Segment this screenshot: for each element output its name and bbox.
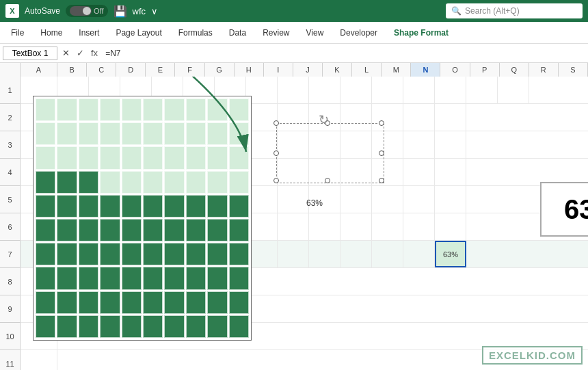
cell-m7[interactable] [403, 241, 435, 267]
name-box[interactable] [3, 47, 57, 60]
cell-i7[interactable] [278, 241, 309, 267]
waffle-cell [100, 98, 120, 121]
waffle-cell [143, 315, 163, 338]
waffle-cell [164, 146, 184, 169]
cell-m2[interactable] [403, 104, 435, 131]
handle-bl[interactable] [273, 178, 279, 183]
waffle-cell [229, 146, 249, 169]
cell-l5[interactable] [372, 186, 403, 213]
handle-mr[interactable] [379, 150, 384, 156]
col-header-a: A [21, 63, 57, 77]
waffle-cell [143, 146, 163, 169]
formula-accept-btn[interactable]: ✓ [75, 48, 86, 58]
col-header-c: C [87, 63, 116, 77]
waffle-cell [79, 146, 98, 169]
autosave-toggle[interactable]: Off [66, 5, 107, 17]
cell-p1[interactable] [498, 77, 529, 103]
cell-j6[interactable] [309, 213, 340, 240]
cell-n6[interactable] [435, 213, 466, 240]
waffle-cell [57, 315, 77, 338]
formula-insert-btn[interactable]: fx [89, 48, 100, 58]
handle-tl[interactable] [273, 120, 279, 126]
row-num-2: 2 [0, 104, 20, 131]
formula-input[interactable] [103, 47, 585, 60]
cell-o1[interactable] [466, 77, 498, 103]
cell-n7[interactable]: 63% [435, 241, 466, 267]
tab-review[interactable]: Review [254, 22, 297, 44]
tab-page-layout[interactable]: Page Layout [107, 22, 170, 44]
cell-n1[interactable] [435, 77, 466, 103]
cell-rest-1[interactable] [529, 77, 588, 103]
waffle-cell [57, 122, 77, 145]
filename-label: wfc [133, 6, 146, 16]
app-icon-text: X [10, 7, 14, 15]
waffle-cell [36, 219, 55, 241]
cell-k1[interactable] [340, 77, 372, 103]
spreadsheet-area: A B C D E F G H I J K L M N O P Q R S 1 … [0, 63, 588, 370]
cell-k6[interactable] [340, 213, 372, 240]
cell-i1[interactable] [278, 77, 309, 103]
tab-file[interactable]: File [3, 22, 32, 44]
textbox-63-value[interactable]: 63% [540, 182, 588, 237]
handle-ml[interactable] [273, 150, 279, 156]
cell-m3[interactable] [403, 131, 435, 158]
cell-rest-3[interactable] [466, 131, 588, 158]
cell-i5[interactable] [278, 186, 309, 213]
handle-tr[interactable] [379, 120, 384, 126]
col-header-o: O [440, 63, 470, 77]
waffle-cell [186, 146, 206, 169]
cell-j1[interactable] [309, 77, 340, 103]
tab-view[interactable]: View [298, 22, 332, 44]
save-icon[interactable]: 💾 [113, 5, 127, 18]
cell-rest-2[interactable] [466, 104, 588, 131]
cell-m4[interactable] [403, 159, 435, 185]
waffle-cell [207, 243, 227, 265]
waffle-cell [229, 98, 249, 121]
waffle-cell [229, 171, 249, 194]
waffle-cell [122, 243, 142, 265]
tab-formulas[interactable]: Formulas [170, 22, 221, 44]
cell-rest-7[interactable] [466, 241, 588, 267]
handle-br[interactable] [379, 178, 384, 183]
cell-n2[interactable] [435, 104, 466, 131]
filename-chevron: ∨ [151, 6, 158, 16]
waffle-cell [79, 243, 98, 265]
cell-k7[interactable] [340, 241, 372, 267]
cell-i6[interactable] [278, 213, 309, 240]
waffle-cell [207, 219, 227, 241]
tab-shape-format[interactable]: Shape Format [386, 22, 457, 44]
tab-home[interactable]: Home [32, 22, 70, 44]
waffle-cell [229, 315, 249, 338]
formula-cancel-btn[interactable]: ✕ [60, 48, 72, 58]
handle-bc[interactable] [325, 178, 330, 183]
row-num-10: 10 [0, 323, 20, 350]
row-num-4: 4 [0, 159, 20, 186]
cell-k5[interactable] [340, 186, 372, 213]
cell-m1[interactable] [403, 77, 435, 103]
waffle-cell [143, 291, 163, 314]
tab-insert[interactable]: Insert [70, 22, 107, 44]
waffle-cell [229, 122, 249, 145]
search-box[interactable]: 🔍 Search (Alt+Q) [446, 3, 583, 18]
cell-m6[interactable] [403, 213, 435, 240]
waffle-cell [207, 291, 227, 314]
autosave-label: AutoSave [25, 6, 60, 16]
cell-l6[interactable] [372, 213, 403, 240]
waffle-cell [164, 267, 184, 289]
col-header-k: K [323, 63, 352, 77]
cell-l7[interactable] [372, 241, 403, 267]
cell-n3[interactable] [435, 131, 466, 158]
tab-data[interactable]: Data [221, 22, 254, 44]
cell-n5[interactable] [435, 186, 466, 213]
cell-a11[interactable] [21, 350, 57, 370]
rotate-icon[interactable]: ↻ [319, 112, 329, 127]
waffle-cell [186, 171, 206, 194]
cell-j7[interactable] [309, 241, 340, 267]
tab-developer[interactable]: Developer [332, 22, 386, 44]
cell-m5[interactable] [403, 186, 435, 213]
waffle-cell [164, 171, 184, 194]
waffle-cell [143, 98, 163, 121]
waffle-cell [79, 122, 98, 145]
cell-n4[interactable] [435, 159, 466, 185]
cell-l1[interactable] [372, 77, 403, 103]
